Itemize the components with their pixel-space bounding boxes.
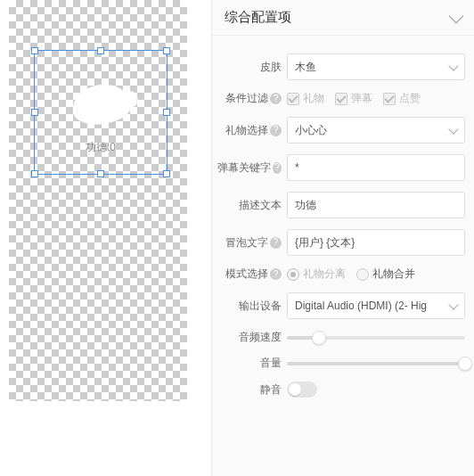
resize-handle-n[interactable] xyxy=(97,47,104,54)
config-panel: 综合配置项 皮肤 木鱼 条件过滤 ? 礼物 弹幕 点赞 xyxy=(211,0,474,476)
gift-value: 小心心 xyxy=(295,123,327,138)
checkbox-danmu[interactable]: 弹幕 xyxy=(335,91,372,106)
row-bubble: 冒泡文字 ? {用户} {文本} xyxy=(217,229,465,256)
output-select[interactable]: Digital Audio (HDMI) (2- Hig xyxy=(287,292,465,319)
row-volume: 音量 xyxy=(217,356,465,371)
label-mute: 静音 xyxy=(217,382,282,398)
resize-handle-w[interactable] xyxy=(31,109,38,116)
label-filter: 条件过滤 ? xyxy=(217,91,282,106)
label-volume: 音量 xyxy=(217,356,282,371)
checkbox-gift[interactable]: 礼物 xyxy=(287,91,324,106)
mute-toggle[interactable] xyxy=(287,382,317,398)
resize-handle-ne[interactable] xyxy=(163,47,170,54)
resize-handle-nw[interactable] xyxy=(31,47,38,54)
checkbox-like[interactable]: 点赞 xyxy=(383,91,421,106)
label-mode: 模式选择 ? xyxy=(217,267,282,282)
canvas-label: 功德:0 xyxy=(35,140,167,155)
help-icon[interactable]: ? xyxy=(270,125,282,136)
bubble-input[interactable]: {用户} {文本} xyxy=(287,229,465,256)
panel-title: 综合配置项 xyxy=(225,9,291,26)
desc-input[interactable]: 功德 xyxy=(287,192,465,218)
selection-box[interactable]: 功德:0 xyxy=(34,50,168,175)
canvas-checker[interactable]: 功德:0 xyxy=(9,0,187,401)
help-icon[interactable]: ? xyxy=(273,162,282,174)
resize-handle-se[interactable] xyxy=(163,170,170,177)
radio-mode-separate[interactable]: 礼物分离 xyxy=(287,267,346,282)
chevron-down-icon xyxy=(448,61,458,70)
chevron-down-icon xyxy=(448,124,458,134)
label-skin: 皮肤 xyxy=(217,60,282,75)
skin-select[interactable]: 木鱼 xyxy=(287,53,465,80)
label-speed: 音频速度 xyxy=(217,330,282,345)
resize-handle-sw[interactable] xyxy=(31,170,38,177)
row-desc: 描述文本 功德 xyxy=(217,192,465,218)
speed-slider[interactable] xyxy=(287,336,465,340)
gift-select[interactable]: 小心心 xyxy=(287,117,465,144)
row-filter: 条件过滤 ? 礼物 弹幕 点赞 xyxy=(217,91,465,106)
label-output: 输出设备 xyxy=(217,299,282,314)
row-mute: 静音 xyxy=(217,382,465,398)
row-speed: 音频速度 xyxy=(217,330,465,345)
chevron-down-icon xyxy=(448,300,458,309)
label-desc: 描述文本 xyxy=(217,198,282,213)
panel-header[interactable]: 综合配置项 xyxy=(212,0,474,36)
label-keyword: 弹幕关键字 ? xyxy=(217,160,282,176)
help-icon[interactable]: ? xyxy=(270,268,282,280)
radio-mode-merge[interactable]: 礼物合并 xyxy=(356,267,415,282)
help-icon[interactable]: ? xyxy=(270,93,282,104)
slider-knob[interactable] xyxy=(312,331,326,345)
keyword-input[interactable]: * xyxy=(287,154,465,181)
volume-slider[interactable] xyxy=(287,362,465,365)
row-output: 输出设备 Digital Audio (HDMI) (2- Hig xyxy=(217,292,465,319)
woodfish-icon xyxy=(69,81,133,128)
chevron-down-icon xyxy=(449,8,464,23)
resize-handle-s[interactable] xyxy=(97,170,104,177)
output-value: Digital Audio (HDMI) (2- Hig xyxy=(295,300,427,312)
row-gift: 礼物选择 ? 小心心 xyxy=(217,117,465,144)
skin-value: 木鱼 xyxy=(295,60,316,75)
label-gift: 礼物选择 ? xyxy=(217,123,282,138)
canvas-pane: 功德:0 xyxy=(0,0,211,476)
row-skin: 皮肤 木鱼 xyxy=(217,53,465,80)
help-icon[interactable]: ? xyxy=(270,237,282,249)
label-bubble: 冒泡文字 ? xyxy=(217,235,282,250)
slider-knob[interactable] xyxy=(458,357,472,371)
resize-handle-e[interactable] xyxy=(163,109,170,116)
row-mode: 模式选择 ? 礼物分离 礼物合并 xyxy=(217,267,465,282)
row-keyword: 弹幕关键字 ? * xyxy=(217,154,465,181)
